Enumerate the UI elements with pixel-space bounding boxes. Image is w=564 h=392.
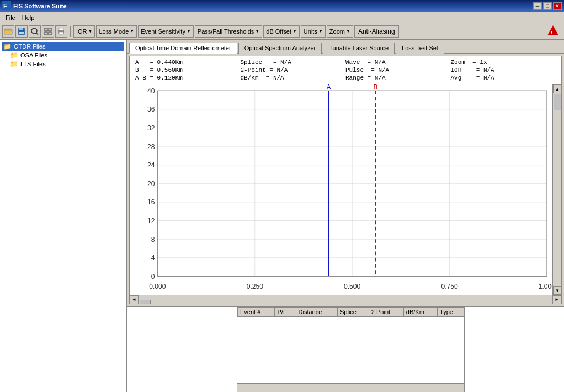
ior-dropdown[interactable]: IOR ▼ [73,25,95,38]
folder-icon-osa: 📁 [10,51,18,59]
chart-container: A = 0.440Km B = 0.560Km A-B = 0.120Km Sp… [129,56,562,304]
col-type: Type [438,308,464,317]
svg-line-8 [36,33,38,35]
chart-info-col4: Zoom = 1x IOR = N/A Avg = N/A [451,59,556,82]
scroll-up-button[interactable]: ▲ [553,84,561,93]
save-button[interactable] [15,25,28,38]
zoom-button[interactable] [29,25,41,38]
tab-osa[interactable]: Optical Spectrum Analyzer [238,43,322,54]
print-button[interactable] [55,25,67,38]
chart-info-splice: Splice = N/A [241,59,346,66]
svg-text:40: 40 [147,86,155,95]
bottom-left-panel [127,307,237,392]
pass-fail-arrow: ▼ [255,29,259,34]
chart-area[interactable]: 0 4 8 12 16 20 24 28 32 36 40 [130,84,552,295]
toolbar: IOR ▼ Loss Mode ▼ Event Sensitivity ▼ Pa… [0,23,564,40]
svg-rect-5 [19,28,23,30]
scroll-thumb-v[interactable] [554,94,561,110]
chart-info-zoom: Zoom = 1x [451,59,556,66]
chart-info-range: Range = N/A [345,75,451,81]
minimize-button[interactable]: ─ [533,2,542,10]
anti-aliasing-button[interactable]: Anti-Aliasing [354,25,399,38]
svg-text:8: 8 [151,235,155,243]
chart-info-ior: IOR = N/A [451,67,556,73]
fis-logo: ! [546,24,562,39]
svg-rect-3 [4,30,12,34]
menu-help[interactable]: Help [19,13,38,22]
event-sensitivity-dropdown[interactable]: Event Sensitivity ▼ [138,25,194,38]
open-button[interactable] [2,25,14,38]
svg-text:0.500: 0.500 [344,282,360,290]
scroll-down-button[interactable]: ▼ [553,286,561,295]
chart-info: A = 0.440Km B = 0.560Km A-B = 0.120Km Sp… [130,56,561,84]
restore-button[interactable]: □ [543,2,552,10]
svg-text:!: ! [551,30,552,35]
svg-marker-16 [547,25,558,35]
svg-rect-10 [49,28,51,31]
svg-rect-14 [59,28,63,30]
svg-rect-6 [19,32,24,34]
tab-lts[interactable]: Loss Test Set [396,43,444,54]
scroll-left-button[interactable]: ◄ [130,295,139,304]
menu-file[interactable]: File [2,13,19,22]
chart-svg: 0 4 8 12 16 20 24 28 32 36 40 [130,84,552,295]
separator-1 [70,26,71,37]
svg-text:28: 28 [147,142,155,151]
col-dbkm: dB/Km [403,308,437,317]
col-distance: Distance [296,308,337,317]
zoom-dropdown[interactable]: Zoom ▼ [327,25,353,38]
vertical-scrollbar[interactable]: ▲ ▼ [552,84,561,295]
svg-text:A: A [327,84,331,91]
svg-text:24: 24 [147,161,155,169]
event-sensitivity-arrow: ▼ [187,29,191,34]
sidebar-item-lts-files[interactable]: 📁 LTS Files [9,60,124,68]
sidebar-label-lts: LTS Files [20,61,46,67]
svg-text:0.750: 0.750 [441,282,457,290]
chart-info-ab: A-B = 0.120Km [135,75,241,81]
app-icon: F [2,1,11,11]
svg-point-7 [31,28,37,34]
svg-text:1.000: 1.000 [539,282,552,290]
units-arrow: ▼ [318,29,323,34]
svg-text:0.000: 0.000 [149,282,166,290]
tab-tls[interactable]: Tunable Laser Source [323,43,395,54]
sidebar-label-osa: OSA Files [20,52,47,59]
chart-info-col1: A = 0.440Km B = 0.560Km A-B = 0.120Km [135,59,241,82]
svg-text:F: F [3,3,7,9]
svg-text:0: 0 [151,272,155,280]
svg-text:4: 4 [151,253,155,262]
svg-text:20: 20 [147,179,155,188]
svg-rect-9 [45,28,47,31]
app-title: FIS Software Suite [13,3,533,9]
tab-otdr[interactable]: Optical Time Domain Reflectometer [129,43,237,54]
title-bar: F FIS Software Suite ─ □ ✕ [0,0,564,12]
ior-arrow: ▼ [88,29,93,34]
scroll-thumb-h[interactable] [140,300,151,305]
db-offset-dropdown[interactable]: dB Offset ▼ [263,25,300,38]
grid-button[interactable] [42,25,54,38]
horizontal-scrollbar[interactable]: ◄ ► [130,295,561,304]
window-controls: ─ □ ✕ [533,2,562,10]
pass-fail-dropdown[interactable]: Pass/Fail Thresholds ▼ [195,25,262,38]
chart-info-wave: Wave = N/A [345,59,451,66]
svg-text:36: 36 [147,105,155,114]
chart-info-dbkm: dB/Km = N/A [241,75,346,81]
svg-rect-11 [45,32,47,35]
chart-info-2point: 2-Point = N/A [241,67,346,73]
close-button[interactable]: ✕ [553,2,562,10]
loss-mode-arrow: ▼ [130,29,134,34]
units-dropdown[interactable]: Units ▼ [301,25,326,38]
menu-bar: File Help [0,12,564,23]
folder-icon-lts: 📁 [10,60,18,68]
sidebar-item-otdr-files[interactable]: 📁 OTDR Files [2,42,124,51]
scroll-right-button[interactable]: ► [552,295,561,304]
sidebar-label-otdr: OTDR Files [14,43,45,50]
svg-text:0.250: 0.250 [247,282,263,290]
event-table-scrollbar[interactable] [237,383,464,392]
chart-info-avg: Avg = N/A [451,75,556,81]
sidebar: 📁 OTDR Files 📁 OSA Files 📁 LTS Files [0,40,127,392]
sidebar-item-osa-files[interactable]: 📁 OSA Files [9,51,124,60]
event-table-panel: Event # P/F Distance Splice 2 Point dB/K… [237,307,465,392]
loss-mode-dropdown[interactable]: Loss Mode ▼ [96,25,137,38]
event-table: Event # P/F Distance Splice 2 Point dB/K… [237,307,464,317]
